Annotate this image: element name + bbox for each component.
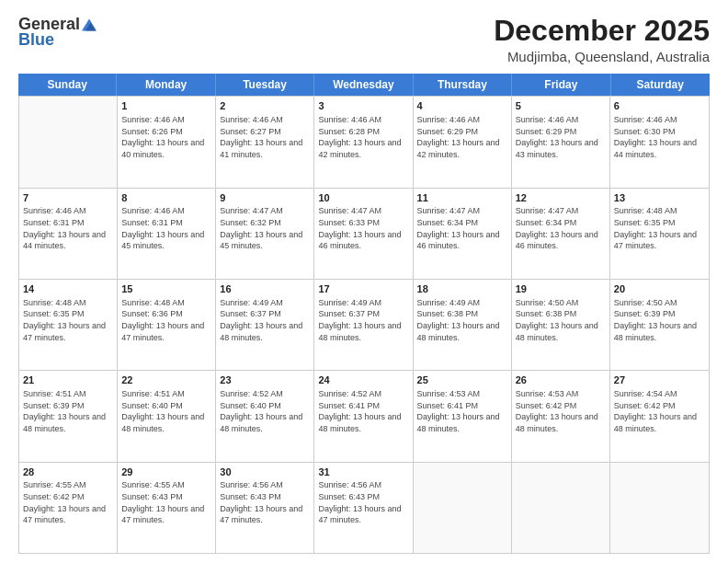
day-cell-5: 5Sunrise: 4:46 AMSunset: 6:29 PMDaylight… bbox=[512, 97, 610, 187]
day-number: 4 bbox=[417, 99, 507, 113]
day-detail: Sunrise: 4:47 AMSunset: 6:33 PMDaylight:… bbox=[318, 205, 408, 251]
day-detail: Sunrise: 4:55 AMSunset: 6:43 PMDaylight:… bbox=[121, 479, 211, 525]
day-number: 24 bbox=[318, 373, 408, 387]
day-number: 21 bbox=[23, 373, 113, 387]
day-number: 29 bbox=[121, 465, 211, 479]
day-header-wednesday: Wednesday bbox=[314, 74, 413, 96]
week-row-5: 28Sunrise: 4:55 AMSunset: 6:42 PMDayligh… bbox=[19, 462, 709, 553]
day-detail: Sunrise: 4:56 AMSunset: 6:43 PMDaylight:… bbox=[318, 479, 408, 525]
logo: General Blue bbox=[18, 15, 97, 50]
day-number: 8 bbox=[121, 191, 211, 205]
day-number: 27 bbox=[614, 373, 705, 387]
day-number: 23 bbox=[220, 373, 310, 387]
week-row-2: 7Sunrise: 4:46 AMSunset: 6:31 PMDaylight… bbox=[19, 188, 709, 279]
day-number: 5 bbox=[516, 99, 606, 113]
day-detail: Sunrise: 4:47 AMSunset: 6:34 PMDaylight:… bbox=[516, 205, 606, 251]
day-header-tuesday: Tuesday bbox=[216, 74, 314, 96]
day-number: 3 bbox=[318, 99, 408, 113]
day-header-sunday: Sunday bbox=[18, 74, 117, 96]
day-detail: Sunrise: 4:53 AMSunset: 6:41 PMDaylight:… bbox=[417, 388, 507, 434]
empty-cell bbox=[19, 97, 118, 187]
month-title: December 2025 bbox=[494, 15, 710, 47]
day-number: 10 bbox=[318, 191, 408, 205]
day-number: 28 bbox=[23, 465, 113, 479]
day-number: 25 bbox=[417, 373, 507, 387]
day-number: 7 bbox=[23, 191, 113, 205]
day-cell-21: 21Sunrise: 4:51 AMSunset: 6:39 PMDayligh… bbox=[19, 371, 118, 461]
day-detail: Sunrise: 4:48 AMSunset: 6:35 PMDaylight:… bbox=[614, 205, 705, 251]
day-detail: Sunrise: 4:46 AMSunset: 6:31 PMDaylight:… bbox=[23, 205, 113, 251]
week-row-3: 14Sunrise: 4:48 AMSunset: 6:35 PMDayligh… bbox=[19, 279, 709, 370]
day-cell-31: 31Sunrise: 4:56 AMSunset: 6:43 PMDayligh… bbox=[314, 463, 413, 553]
day-detail: Sunrise: 4:46 AMSunset: 6:30 PMDaylight:… bbox=[614, 114, 705, 160]
day-cell-3: 3Sunrise: 4:46 AMSunset: 6:28 PMDaylight… bbox=[314, 97, 413, 187]
day-detail: Sunrise: 4:46 AMSunset: 6:28 PMDaylight:… bbox=[318, 114, 408, 160]
day-detail: Sunrise: 4:56 AMSunset: 6:43 PMDaylight:… bbox=[220, 479, 310, 525]
page: General Blue December 2025 Mudjimba, Que… bbox=[0, 0, 728, 563]
day-number: 22 bbox=[121, 373, 211, 387]
day-cell-14: 14Sunrise: 4:48 AMSunset: 6:35 PMDayligh… bbox=[19, 280, 118, 370]
empty-cell bbox=[610, 463, 709, 553]
empty-cell bbox=[512, 463, 610, 553]
day-cell-17: 17Sunrise: 4:49 AMSunset: 6:37 PMDayligh… bbox=[314, 280, 413, 370]
day-detail: Sunrise: 4:49 AMSunset: 6:38 PMDaylight:… bbox=[417, 297, 507, 343]
day-number: 11 bbox=[417, 191, 507, 205]
logo-blue: Blue bbox=[18, 30, 54, 50]
day-number: 15 bbox=[121, 282, 211, 296]
day-cell-9: 9Sunrise: 4:47 AMSunset: 6:32 PMDaylight… bbox=[216, 189, 314, 279]
calendar-body: 1Sunrise: 4:46 AMSunset: 6:26 PMDaylight… bbox=[18, 96, 710, 554]
day-detail: Sunrise: 4:47 AMSunset: 6:32 PMDaylight:… bbox=[220, 205, 310, 251]
day-cell-19: 19Sunrise: 4:50 AMSunset: 6:38 PMDayligh… bbox=[512, 280, 610, 370]
day-cell-18: 18Sunrise: 4:49 AMSunset: 6:38 PMDayligh… bbox=[414, 280, 512, 370]
day-cell-6: 6Sunrise: 4:46 AMSunset: 6:30 PMDaylight… bbox=[610, 97, 709, 187]
day-number: 16 bbox=[220, 282, 310, 296]
day-header-friday: Friday bbox=[512, 74, 610, 96]
day-detail: Sunrise: 4:46 AMSunset: 6:29 PMDaylight:… bbox=[516, 114, 606, 160]
day-header-monday: Monday bbox=[117, 74, 215, 96]
day-detail: Sunrise: 4:48 AMSunset: 6:35 PMDaylight:… bbox=[23, 297, 113, 343]
day-number: 26 bbox=[516, 373, 606, 387]
title-area: December 2025 Mudjimba, Queensland, Aust… bbox=[494, 15, 710, 64]
day-number: 2 bbox=[220, 99, 310, 113]
day-cell-12: 12Sunrise: 4:47 AMSunset: 6:34 PMDayligh… bbox=[512, 189, 610, 279]
day-cell-15: 15Sunrise: 4:48 AMSunset: 6:36 PMDayligh… bbox=[118, 280, 216, 370]
day-cell-11: 11Sunrise: 4:47 AMSunset: 6:34 PMDayligh… bbox=[414, 189, 512, 279]
day-number: 12 bbox=[516, 191, 606, 205]
day-cell-22: 22Sunrise: 4:51 AMSunset: 6:40 PMDayligh… bbox=[118, 371, 216, 461]
day-number: 1 bbox=[121, 99, 211, 113]
day-cell-20: 20Sunrise: 4:50 AMSunset: 6:39 PMDayligh… bbox=[610, 280, 709, 370]
day-detail: Sunrise: 4:55 AMSunset: 6:42 PMDaylight:… bbox=[23, 479, 113, 525]
day-cell-30: 30Sunrise: 4:56 AMSunset: 6:43 PMDayligh… bbox=[216, 463, 314, 553]
day-number: 14 bbox=[23, 282, 113, 296]
day-detail: Sunrise: 4:46 AMSunset: 6:31 PMDaylight:… bbox=[121, 205, 211, 251]
day-cell-29: 29Sunrise: 4:55 AMSunset: 6:43 PMDayligh… bbox=[118, 463, 216, 553]
day-cell-1: 1Sunrise: 4:46 AMSunset: 6:26 PMDaylight… bbox=[118, 97, 216, 187]
day-detail: Sunrise: 4:50 AMSunset: 6:39 PMDaylight:… bbox=[614, 297, 705, 343]
day-cell-24: 24Sunrise: 4:52 AMSunset: 6:41 PMDayligh… bbox=[314, 371, 413, 461]
day-number: 20 bbox=[614, 282, 705, 296]
day-number: 6 bbox=[614, 99, 705, 113]
calendar-header: SundayMondayTuesdayWednesdayThursdayFrid… bbox=[18, 74, 710, 96]
day-cell-8: 8Sunrise: 4:46 AMSunset: 6:31 PMDaylight… bbox=[118, 189, 216, 279]
empty-cell bbox=[414, 463, 512, 553]
day-cell-27: 27Sunrise: 4:54 AMSunset: 6:42 PMDayligh… bbox=[610, 371, 709, 461]
day-header-thursday: Thursday bbox=[414, 74, 512, 96]
calendar: SundayMondayTuesdayWednesdayThursdayFrid… bbox=[18, 74, 710, 554]
day-cell-4: 4Sunrise: 4:46 AMSunset: 6:29 PMDaylight… bbox=[414, 97, 512, 187]
day-cell-28: 28Sunrise: 4:55 AMSunset: 6:42 PMDayligh… bbox=[19, 463, 118, 553]
day-number: 30 bbox=[220, 465, 310, 479]
week-row-1: 1Sunrise: 4:46 AMSunset: 6:26 PMDaylight… bbox=[19, 96, 709, 187]
day-cell-13: 13Sunrise: 4:48 AMSunset: 6:35 PMDayligh… bbox=[610, 189, 709, 279]
day-detail: Sunrise: 4:49 AMSunset: 6:37 PMDaylight:… bbox=[220, 297, 310, 343]
day-detail: Sunrise: 4:53 AMSunset: 6:42 PMDaylight:… bbox=[516, 388, 606, 434]
week-row-4: 21Sunrise: 4:51 AMSunset: 6:39 PMDayligh… bbox=[19, 370, 709, 461]
logo-icon bbox=[82, 17, 97, 32]
day-detail: Sunrise: 4:52 AMSunset: 6:40 PMDaylight:… bbox=[220, 388, 310, 434]
header: General Blue December 2025 Mudjimba, Que… bbox=[18, 15, 710, 64]
day-detail: Sunrise: 4:52 AMSunset: 6:41 PMDaylight:… bbox=[318, 388, 408, 434]
day-cell-7: 7Sunrise: 4:46 AMSunset: 6:31 PMDaylight… bbox=[19, 189, 118, 279]
day-number: 9 bbox=[220, 191, 310, 205]
day-detail: Sunrise: 4:48 AMSunset: 6:36 PMDaylight:… bbox=[121, 297, 211, 343]
day-detail: Sunrise: 4:50 AMSunset: 6:38 PMDaylight:… bbox=[516, 297, 606, 343]
day-cell-25: 25Sunrise: 4:53 AMSunset: 6:41 PMDayligh… bbox=[414, 371, 512, 461]
